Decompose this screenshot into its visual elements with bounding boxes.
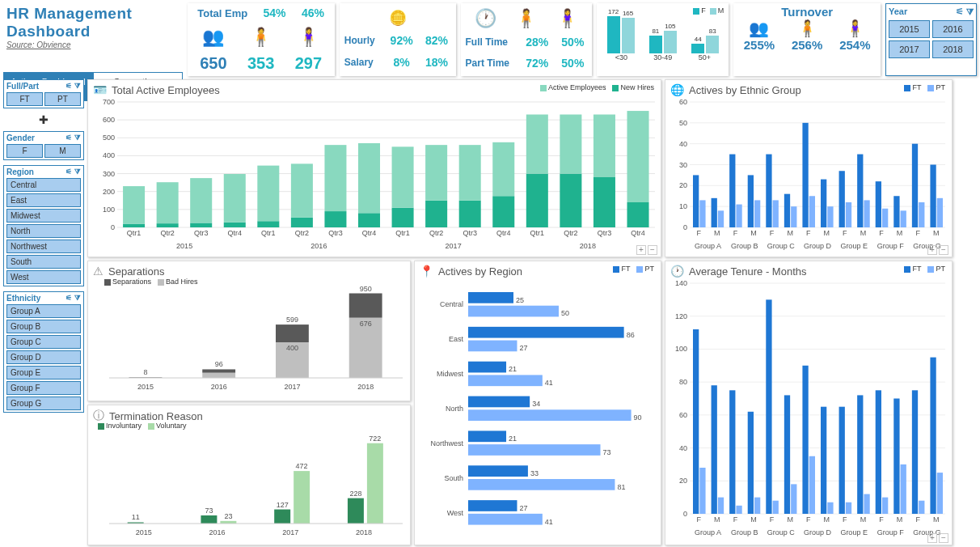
slicer-region-opt-central[interactable]: Central xyxy=(6,178,81,192)
filter-icon[interactable]: ⚟ ⧩ xyxy=(65,82,81,91)
svg-rect-145 xyxy=(349,294,382,318)
filter-icon[interactable]: ⚟ ⧩ xyxy=(65,167,81,176)
slicer-region-opt-south[interactable]: South xyxy=(6,255,81,269)
svg-text:Qtr3: Qtr3 xyxy=(194,229,209,237)
svg-rect-202 xyxy=(468,514,543,525)
zoom-out[interactable]: − xyxy=(939,245,948,255)
svg-text:33: 33 xyxy=(530,469,539,477)
svg-rect-118 xyxy=(882,209,888,227)
slicer-ethnicity-opt-group-d[interactable]: Group D xyxy=(6,350,81,364)
svg-text:2016: 2016 xyxy=(310,242,327,250)
pin-icon: 📍 xyxy=(420,265,433,278)
slicer-region-opt-west[interactable]: West xyxy=(6,270,81,284)
svg-rect-17 xyxy=(123,186,145,223)
slicer-ethnicity-opt-group-f[interactable]: Group F xyxy=(6,381,81,395)
svg-rect-83 xyxy=(699,200,705,227)
zoom-out[interactable]: − xyxy=(939,533,948,543)
svg-rect-195 xyxy=(468,465,528,477)
svg-text:Qtr3: Qtr3 xyxy=(463,229,477,237)
slicer-region-opt-midwest[interactable]: Midwest xyxy=(6,209,81,223)
year-opt-2018[interactable]: 2018 xyxy=(932,40,974,58)
svg-text:East: East xyxy=(449,335,464,343)
svg-text:Group B: Group B xyxy=(731,528,758,536)
filter-icon[interactable]: ⚟ ⧩ xyxy=(65,294,81,303)
svg-text:2016: 2016 xyxy=(211,383,227,391)
slicer-ethnicity-opt-group-c[interactable]: Group C xyxy=(6,335,81,349)
svg-text:Qtr2: Qtr2 xyxy=(295,229,310,237)
source-link[interactable]: Source: Obvience xyxy=(6,40,183,49)
svg-rect-140 xyxy=(276,324,309,342)
svg-rect-22 xyxy=(190,223,212,227)
svg-text:M: M xyxy=(824,229,830,237)
svg-text:10: 10 xyxy=(679,202,687,210)
zoom-in[interactable]: + xyxy=(927,245,937,255)
svg-rect-235 xyxy=(773,501,779,514)
svg-rect-185 xyxy=(468,396,530,408)
slicer-ethnicity: Ethnicity⚟ ⧩ Group AGroup BGroup CGroup … xyxy=(3,291,84,413)
svg-text:81: 81 xyxy=(617,483,625,491)
svg-rect-16 xyxy=(123,224,145,227)
slicer-fullpart-opt-ft[interactable]: FT xyxy=(6,92,43,106)
svg-text:Qtr4: Qtr4 xyxy=(631,229,645,237)
svg-rect-35 xyxy=(324,145,346,211)
slicer-region-opt-north[interactable]: North xyxy=(6,224,81,238)
svg-text:F: F xyxy=(733,515,738,524)
svg-rect-249 xyxy=(846,502,851,514)
svg-text:Qtr3: Qtr3 xyxy=(598,229,612,237)
svg-text:120: 120 xyxy=(675,312,687,320)
svg-text:Group D: Group D xyxy=(804,242,832,250)
svg-text:127: 127 xyxy=(277,501,289,509)
filter-icon[interactable]: ⚟ ⧩ xyxy=(956,6,974,17)
svg-rect-31 xyxy=(291,218,313,227)
year-opt-2015[interactable]: 2015 xyxy=(889,20,930,38)
svg-rect-153 xyxy=(201,515,217,524)
slicer-ethnicity-opt-group-g[interactable]: Group G xyxy=(6,396,81,410)
svg-text:41: 41 xyxy=(545,379,553,387)
svg-rect-62 xyxy=(627,111,649,202)
svg-text:73: 73 xyxy=(205,507,213,515)
svg-rect-158 xyxy=(274,510,290,524)
female-icon: 🧍‍♀️ xyxy=(845,19,865,38)
svg-text:0: 0 xyxy=(111,223,115,231)
slicer-ethnicity-opt-group-b[interactable]: Group B xyxy=(6,320,81,333)
svg-text:Group F: Group F xyxy=(877,528,905,536)
svg-rect-170 xyxy=(468,292,513,303)
svg-text:600: 600 xyxy=(103,116,115,124)
slicer-ethnicity-opt-group-e[interactable]: Group E xyxy=(6,366,81,380)
year-opt-2017[interactable]: 2017 xyxy=(889,40,930,58)
zoom-in[interactable]: + xyxy=(636,245,646,255)
svg-text:F: F xyxy=(879,515,884,524)
svg-rect-187 xyxy=(468,409,632,421)
clock-icon: 🕐 xyxy=(475,10,496,28)
svg-rect-89 xyxy=(729,155,735,227)
plus-icon[interactable]: ✚ xyxy=(3,113,84,126)
zoom-out[interactable]: − xyxy=(648,245,657,255)
slicer-region-opt-east[interactable]: East xyxy=(6,193,81,207)
slicer-gender-opt-f[interactable]: F xyxy=(6,144,43,158)
svg-rect-44 xyxy=(425,145,447,201)
svg-rect-114 xyxy=(864,200,869,227)
svg-text:27: 27 xyxy=(519,504,527,512)
year-opt-2016[interactable]: 2016 xyxy=(932,20,974,38)
svg-rect-25 xyxy=(224,223,246,227)
filter-icon[interactable]: ⚟ ⧩ xyxy=(65,134,81,142)
svg-rect-238 xyxy=(791,484,796,514)
svg-rect-165 xyxy=(367,443,383,524)
svg-text:Midwest: Midwest xyxy=(437,370,464,378)
svg-rect-221 xyxy=(699,468,705,514)
svg-rect-107 xyxy=(827,206,833,227)
svg-rect-61 xyxy=(627,202,649,227)
svg-text:M: M xyxy=(714,229,720,237)
svg-rect-85 xyxy=(712,198,717,227)
svg-rect-244 xyxy=(821,407,826,514)
slicer-ethnicity-opt-group-a[interactable]: Group A xyxy=(6,304,81,318)
svg-text:2015: 2015 xyxy=(176,242,192,250)
svg-rect-230 xyxy=(748,412,754,514)
svg-rect-251 xyxy=(857,395,863,514)
svg-text:300: 300 xyxy=(103,170,115,178)
svg-rect-93 xyxy=(754,200,760,227)
slicer-fullpart-opt-pt[interactable]: PT xyxy=(44,92,81,106)
slicer-region-opt-northwest[interactable]: Northwest xyxy=(6,240,81,253)
zoom-in[interactable]: + xyxy=(927,533,937,543)
slicer-gender-opt-m[interactable]: M xyxy=(44,144,81,158)
